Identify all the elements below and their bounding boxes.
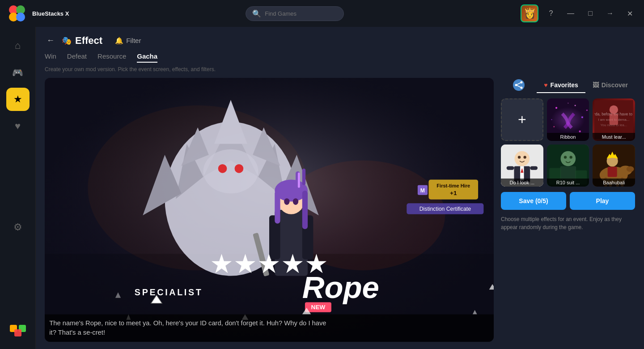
save-button[interactable]: Save (0/5) (501, 192, 566, 210)
svg-text:SPECIALIST: SPECIALIST (135, 287, 203, 297)
discover-tab-label: Discover (602, 81, 628, 89)
svg-point-105 (627, 166, 634, 172)
effect-card-r10[interactable]: R10 suit ... (547, 145, 589, 187)
discover-icon: 🖼 (593, 81, 599, 89)
content-area: ← 🎭 Effect 🔔 Filter Win Defeat Resource … (36, 27, 644, 349)
content-header: ← 🎭 Effect 🔔 Filter (45, 34, 635, 47)
effect-card-baahubali[interactable]: Baahubali (593, 145, 635, 187)
tab-description: Create your own mod version. Pick the ev… (45, 66, 635, 72)
svg-rect-57 (45, 315, 494, 342)
effect-icon: 🎭 (62, 36, 72, 46)
svg-text:it? That's a se-cret!: it? That's a se-cret! (49, 329, 105, 336)
effect-card-dolook[interactable]: Do I look ... (501, 145, 543, 187)
effect-card-mustlear[interactable]: Jarda, before we have to go I am want to… (593, 98, 635, 141)
sidebar-item-games[interactable]: 🎮 (6, 61, 30, 84)
svg-rect-30 (275, 191, 280, 224)
svg-rect-6 (14, 329, 21, 336)
page-title: Effect (75, 35, 102, 47)
svg-point-94 (564, 156, 567, 158)
svg-point-92 (560, 151, 576, 166)
tab-panel-favorites[interactable]: ♥ Favorites (537, 78, 585, 93)
forward-button[interactable]: → (603, 6, 617, 21)
game-avatar[interactable]: 👸 (521, 4, 538, 22)
svg-rect-88 (530, 166, 538, 170)
sidebar-item-settings[interactable]: ⚙ (6, 216, 30, 239)
svg-rect-107 (608, 166, 617, 177)
svg-rect-34 (302, 169, 305, 185)
heart-icon-panel: ♥ (544, 81, 547, 89)
svg-point-35 (284, 198, 289, 205)
svg-point-83 (515, 151, 530, 166)
back-button[interactable]: ← (45, 34, 56, 47)
search-input[interactable] (265, 10, 337, 17)
title-bar-left: BlueStacks X (7, 4, 69, 23)
ribbon-card-label: Ribbon (547, 133, 589, 141)
add-effect-card[interactable]: + (501, 98, 543, 141)
svg-rect-81 (610, 114, 618, 125)
brand-name: BlueStacks X (32, 10, 69, 17)
filter-icon: 🔔 (115, 37, 123, 45)
svg-point-90 (523, 156, 526, 158)
svg-point-74 (586, 110, 587, 111)
action-buttons: Save (0/5) Play (501, 192, 635, 210)
svg-point-22 (203, 149, 258, 193)
svg-point-23 (218, 164, 227, 173)
mustlear-card-label: Must lear... (593, 133, 635, 141)
svg-point-68 (574, 105, 576, 106)
play-button[interactable]: Play (570, 192, 635, 210)
settings-icon: ⚙ (13, 221, 22, 233)
svg-point-60 (513, 79, 525, 91)
svg-point-70 (553, 126, 555, 128)
close-button[interactable]: ✕ (623, 6, 637, 21)
svg-point-69 (581, 116, 583, 118)
search-icon: 🔍 (252, 9, 261, 18)
effect-card-ribbon[interactable]: Ribbon (547, 98, 589, 141)
tab-bar: Win Defeat Resource Gacha (45, 52, 635, 63)
svg-rect-31 (302, 191, 308, 229)
game-preview: ★★★★★ SPECIALIST Rope NEW First-time Hir… (45, 78, 494, 342)
sidebar-item-home[interactable]: ⌂ (6, 34, 30, 57)
tab-resource[interactable]: Resource (97, 52, 126, 63)
share-button[interactable] (513, 79, 525, 93)
preview-container: ★★★★★ SPECIALIST Rope NEW First-time Hir… (45, 78, 635, 342)
favorites-tab-label: Favorites (551, 81, 578, 89)
panel-tabs: ♥ Favorites 🖼 Discover (537, 78, 635, 93)
filter-label: Filter (126, 37, 141, 44)
svg-point-36 (293, 198, 298, 205)
title-bar-right: 👸 ? — □ → ✕ (521, 4, 637, 22)
svg-point-71 (579, 131, 580, 132)
effects-icon: ★ (13, 94, 22, 105)
tab-win[interactable]: Win (45, 52, 56, 63)
plus-icon: + (518, 111, 526, 128)
svg-text:+1: +1 (450, 190, 457, 196)
sidebar-item-favorites[interactable]: ♥ (6, 115, 30, 138)
baahubali-card-label: Baahubali (593, 179, 635, 187)
tab-panel-discover[interactable]: 🖼 Discover (585, 78, 635, 93)
svg-text:NEW: NEW (311, 304, 326, 311)
svg-rect-87 (507, 166, 514, 170)
filter-button[interactable]: 🔔 Filter (115, 37, 141, 45)
dolook-card-label: Do I look ... (501, 179, 543, 187)
svg-rect-33 (298, 172, 300, 187)
svg-point-75 (551, 119, 552, 120)
svg-text:Rope: Rope (302, 270, 379, 305)
heart-icon: ♥ (15, 120, 21, 132)
right-panel: ♥ Favorites 🖼 Discover + (501, 78, 635, 342)
maximize-button[interactable]: □ (583, 6, 597, 21)
title-bar: BlueStacks X 🔍 👸 ? — □ → ✕ (0, 0, 644, 27)
share-icon (513, 79, 525, 91)
tab-defeat[interactable]: Defeat (67, 52, 87, 63)
minimize-button[interactable]: — (564, 6, 578, 21)
svg-point-89 (518, 156, 521, 158)
svg-point-95 (569, 156, 572, 158)
help-button[interactable]: ? (544, 6, 558, 21)
svg-text:M: M (420, 187, 425, 194)
home-icon: ⌂ (15, 40, 21, 51)
svg-point-3 (16, 13, 25, 21)
svg-point-67 (555, 107, 557, 109)
tab-gacha[interactable]: Gacha (137, 52, 157, 63)
sidebar-item-effects[interactable]: ★ (6, 88, 30, 111)
search-bar[interactable]: 🔍 (246, 6, 344, 21)
svg-point-80 (610, 106, 618, 114)
bluestacks-logo (7, 4, 27, 23)
